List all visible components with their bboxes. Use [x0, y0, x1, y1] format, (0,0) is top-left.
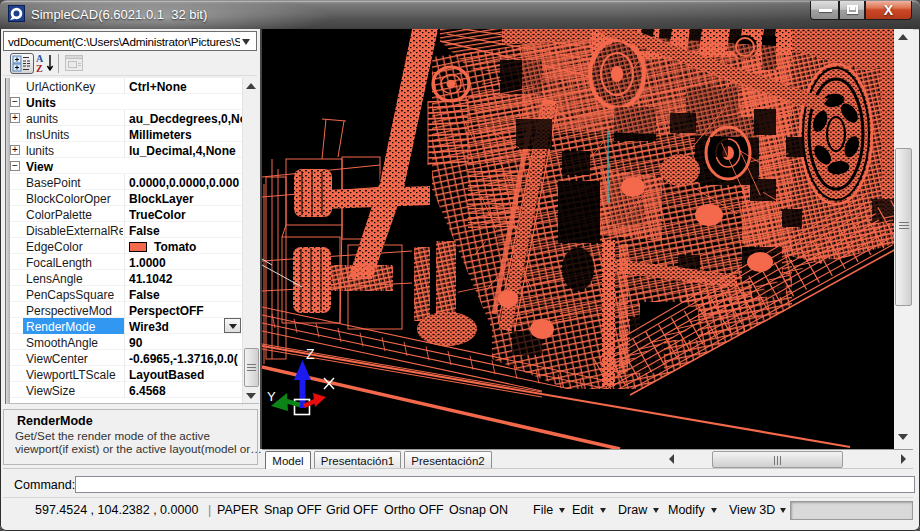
svg-text:Z: Z: [306, 346, 315, 362]
svg-text:Z: Z: [36, 63, 43, 74]
svg-text:Y: Y: [267, 389, 276, 404]
